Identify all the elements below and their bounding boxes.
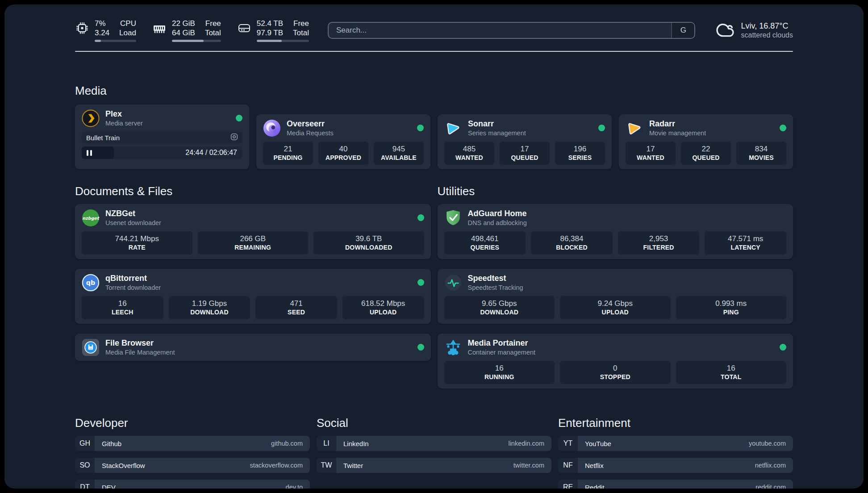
filebrowser-icon [82, 338, 100, 356]
stat-box: 9.24 GbpsUPLOAD [560, 296, 671, 319]
stat-box: 21PENDING [263, 142, 313, 165]
cpu-label: CPU [120, 19, 136, 28]
bookmark-name: StackOverflow [102, 462, 145, 469]
disk-total-label: Total [293, 28, 309, 38]
bookmark-abbr: NF [558, 458, 578, 473]
section-title-documents: Documents & Files [75, 184, 431, 198]
bookmark-stackoverflow[interactable]: SO StackOverflow stackoverflow.com [75, 458, 310, 473]
search-provider-button[interactable]: G [671, 23, 694, 38]
disk-total-value: 97.9 TB [257, 28, 283, 38]
sonarr-icon [444, 119, 462, 137]
disk-usage-bar [257, 40, 309, 42]
dashboard-background: 7% 3.24 CPU Load [4, 4, 864, 489]
stat-box: 22QUEUED [681, 142, 731, 165]
bookmark-abbr: SO [75, 458, 95, 473]
memory-widget: 22 GiB 64 GiB Free Total [152, 19, 221, 42]
bookmark-github[interactable]: GH Github github.com [75, 436, 310, 451]
bookmark-dev[interactable]: DT DEV dev.to [75, 480, 310, 489]
memory-free-value: 22 GiB [172, 19, 195, 28]
bookmark-name: Github [102, 440, 121, 447]
cpu-widget: 7% 3.24 CPU Load [75, 19, 136, 42]
service-description: Movie management [649, 129, 706, 137]
service-card-nzbget[interactable]: nzbget NZBGet Usenet downloader 744.21 M… [75, 204, 431, 259]
service-card-portainer[interactable]: Media Portainer Container management 16R… [438, 334, 793, 389]
bookmark-url: reddit.com [755, 484, 786, 489]
cpu-usage-bar [95, 40, 136, 42]
bookmark-url: stackoverflow.com [250, 462, 303, 469]
adguard-icon [444, 209, 462, 227]
service-description: Media server [105, 119, 143, 127]
stat-box: 498,461QUERIES [444, 231, 526, 255]
documents-column: Documents & Files nzbget NZBGet Usenet d… [75, 169, 431, 389]
stat-box: 9.65 GbpsDOWNLOAD [444, 296, 555, 319]
bookmark-name: Netflix [585, 462, 604, 469]
service-name: Radarr [649, 119, 706, 129]
service-card-radarr[interactable]: Radarr Movie management 17WANTED 22QUEUE… [619, 114, 793, 169]
service-card-sonarr[interactable]: Sonarr Series management 485WANTED 17QUE… [438, 114, 612, 169]
section-title-utilities: Utilities [438, 184, 793, 198]
stat-box: 0STOPPED [560, 361, 671, 384]
bookmark-url: linkedin.com [508, 440, 544, 447]
speedtest-icon [444, 274, 462, 292]
search-input[interactable] [329, 23, 672, 38]
status-dot [417, 279, 424, 286]
service-card-adguard[interactable]: AdGuard Home DNS and adblocking 498,461Q… [438, 204, 793, 259]
bookmark-reddit[interactable]: RE Reddit reddit.com [558, 480, 793, 489]
stat-box: 2,953FILTERED [618, 231, 700, 255]
service-description: Series management [468, 129, 526, 137]
portainer-icon [444, 338, 462, 356]
memory-total-value: 64 GiB [172, 28, 195, 38]
service-description: Torrent downloader [105, 284, 161, 292]
bookmark-abbr: YT [558, 436, 578, 451]
stat-box: 16LEECH [82, 296, 163, 319]
section-title-developer: Developer [75, 416, 310, 430]
service-name: Overseerr [287, 119, 334, 129]
service-description: Media Requests [287, 129, 334, 137]
stat-box: 0.993 msPING [676, 296, 787, 319]
bookmark-twitter[interactable]: TW Twitter twitter.com [317, 458, 551, 473]
disk-free-value: 52.4 TB [257, 19, 283, 28]
service-card-qbittorrent[interactable]: qb qBittorrent Torrent downloader 16LEEC… [75, 269, 431, 324]
stat-box: 618.52 MbpsUPLOAD [342, 296, 424, 319]
service-card-overseerr[interactable]: Overseerr Media Requests 21PENDING 40APP… [256, 114, 430, 169]
bookmark-abbr: RE [558, 480, 578, 489]
divider [75, 51, 793, 52]
stat-box: 266 GBREMAINING [198, 231, 309, 255]
stat-box: 196SERIES [555, 142, 605, 165]
service-card-speedtest[interactable]: Speedtest Speedtest Tracking 9.65 GbpsDO… [438, 269, 793, 324]
radarr-icon [626, 119, 643, 137]
section-title-entertainment: Entertainment [558, 416, 793, 430]
section-title-media: Media [75, 84, 793, 97]
playback-progress: 24:44 / 02:06:47 [82, 146, 242, 159]
service-description: Container management [468, 348, 536, 356]
load-label: Load [119, 28, 136, 38]
playback-time: 24:44 / 02:06:47 [185, 149, 237, 157]
bookmark-group-developer: Developer GH Github github.com SO StackO… [75, 416, 310, 489]
bookmark-linkedin[interactable]: LI LinkedIn linkedin.com [317, 436, 551, 451]
pause-button[interactable] [87, 150, 92, 156]
svg-text:nzbget: nzbget [83, 215, 100, 221]
qbittorrent-icon: qb [82, 274, 100, 292]
section-title-social: Social [317, 416, 551, 430]
cloud-icon [716, 21, 734, 39]
stat-box: 40APPROVED [318, 142, 368, 165]
bookmark-name: LinkedIn [343, 440, 369, 447]
service-card-filebrowser[interactable]: File Browser Media File Management [75, 334, 431, 361]
cpu-icon [75, 21, 89, 35]
service-card-plex[interactable]: Plex Media server Bullet Train [75, 104, 249, 169]
status-dot [417, 214, 424, 221]
utilities-column: Utilities AdGuard Home DNS and adblockin… [438, 169, 793, 389]
resource-widgets: 7% 3.24 CPU Load [75, 19, 309, 42]
stat-box: 485WANTED [444, 142, 494, 165]
stat-box: 86,384BLOCKED [531, 231, 613, 255]
stat-box: 16RUNNING [444, 361, 555, 384]
service-description: Media File Management [105, 348, 175, 356]
service-description: Usenet downloader [105, 219, 161, 227]
service-name: Sonarr [468, 119, 526, 129]
bookmark-youtube[interactable]: YT YouTube youtube.com [558, 436, 793, 451]
weather-widget[interactable]: Lviv, 16.87°C scattered clouds [716, 21, 793, 40]
bookmark-netflix[interactable]: NF Netflix netflix.com [558, 458, 793, 473]
cpu-load-value: 3.24 [95, 28, 109, 38]
bookmark-group-entertainment: Entertainment YT YouTube youtube.com NF … [558, 416, 793, 489]
bookmark-name: Reddit [585, 484, 604, 489]
